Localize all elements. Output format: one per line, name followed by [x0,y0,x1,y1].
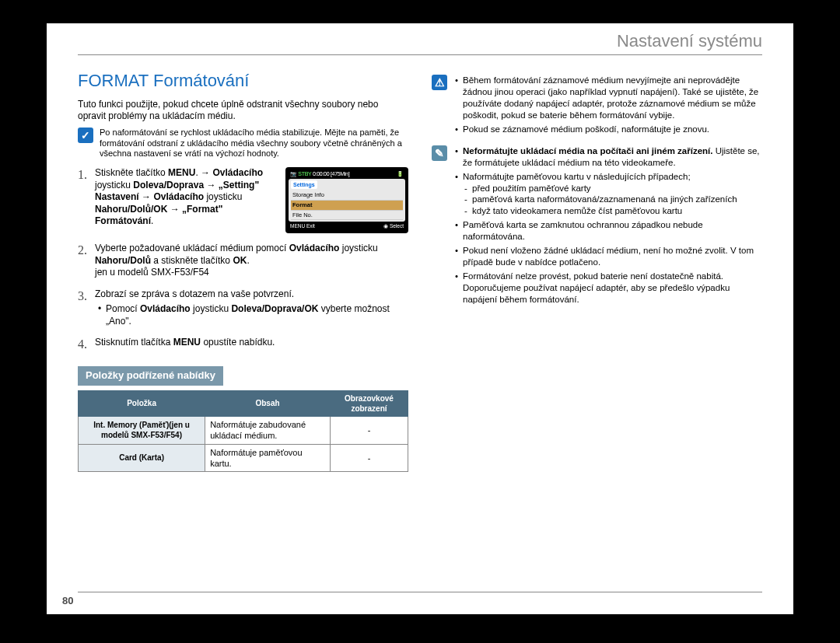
th-desc: Obsah [205,390,331,416]
info-list: Neformátujte ukládací média na počítači … [453,145,762,308]
cell-desc: Naformátuje zabudované ukládací médium. [205,416,331,444]
footer-rule [78,592,762,592]
info-icon: ✎ [432,145,447,161]
lcd-tab: Settings [291,180,317,189]
content-columns: FORMAT Formátování Tuto funkci použijte,… [78,70,762,472]
sub-heading: Položky podřízené nabídky [78,366,223,386]
steps-list: Stiskněte tlačítko MENU. → Ovládacího jo… [78,167,408,349]
right-column: ⚠ Během formátování záznamové médium nev… [432,70,762,472]
lcd-row: File No. [291,211,403,221]
step-2-text: Vyberte požadované ukládací médium pomoc… [95,243,408,279]
step-1-text: Stiskněte tlačítko MENU. → Ovládacího jo… [95,167,278,228]
info-item: Formátování nelze provést, pokud baterie… [453,271,762,306]
header-rule [78,54,762,55]
step-3: Zobrazí se zpráva s dotazem na vaše potv… [78,288,408,328]
lcd-screenshot: 📷 STBY 0:00:00 [475Min] 🔋 Settings Stora… [285,167,408,233]
step-3-text: Zobrazí se zpráva s dotazem na vaše potv… [95,288,408,328]
info-sub: když tato videokamera nemůže číst paměťo… [463,205,762,217]
info-sub: před použitím paměťové karty [463,183,762,194]
manual-page: Nastavení systému FORMAT Formátování Tut… [47,23,793,614]
cell-disp: - [330,444,408,472]
step-1: Stiskněte tlačítko MENU. → Ovládacího jo… [78,167,408,233]
section-title: FORMAT Formátování [78,70,408,93]
info-box: ✎ Neformátujte ukládací média na počítač… [432,145,762,308]
cell-disp: - [330,416,408,444]
info-item: Naformátujte paměťovou kartu v následují… [453,171,762,218]
warn-item: Během formátování záznamové médium nevyj… [453,75,762,121]
lcd-row: Storage Info [291,190,403,201]
chapter-title: Nastavení systému [617,31,762,51]
left-column: FORMAT Formátování Tuto funkci použijte,… [78,70,408,472]
step-4-text: Stisknutím tlačítka MENU opustíte nabídk… [95,337,408,349]
table-row: Card (Karta) Naformátuje paměťovou kartu… [79,444,408,472]
warning-box: ⚠ Během formátování záznamové médium nev… [432,75,762,138]
check-icon: ✓ [78,128,93,143]
table-row: Int. Memory (Paměť)(jen u modelů SMX-F53… [79,416,408,444]
warning-icon: ⚠ [432,75,447,90]
lcd-row-selected: Format [291,201,403,211]
cell-item: Int. Memory (Paměť)(jen u modelů SMX-F53… [79,416,205,444]
page-number: 80 [62,595,73,606]
note-box-check: ✓ Po naformátování se rychlost ukládacíh… [78,128,408,159]
th-item: Položka [79,390,205,416]
step-2: Vyberte požadované ukládací médium pomoc… [78,243,408,279]
warn-item: Pokud se záznamové médium poškodí, nafor… [453,124,762,135]
submenu-table: Položka Obsah Obrazovkové zobrazení Int.… [78,390,408,472]
note1-text: Po naformátování se rychlost ukládacího … [100,128,408,159]
step-4: Stisknutím tlačítka MENU opustíte nabídk… [78,337,408,349]
info-item: Neformátujte ukládací média na počítači … [453,145,762,169]
cell-item: Card (Karta) [79,444,205,472]
cell-desc: Naformátuje paměťovou kartu. [205,444,331,472]
info-sub: paměťová karta naformátovaná/zaznamenaná… [463,194,762,205]
intro-text: Tuto funkci použijte, pokud chcete úplně… [78,99,408,123]
info-item: Paměťová karta se zamknutou ochrannou zá… [453,219,762,243]
warning-list: Během formátování záznamové médium nevyj… [453,75,762,138]
th-disp: Obrazovkové zobrazení [330,390,408,416]
info-item: Pokud není vloženo žádné ukládací médium… [453,245,762,268]
